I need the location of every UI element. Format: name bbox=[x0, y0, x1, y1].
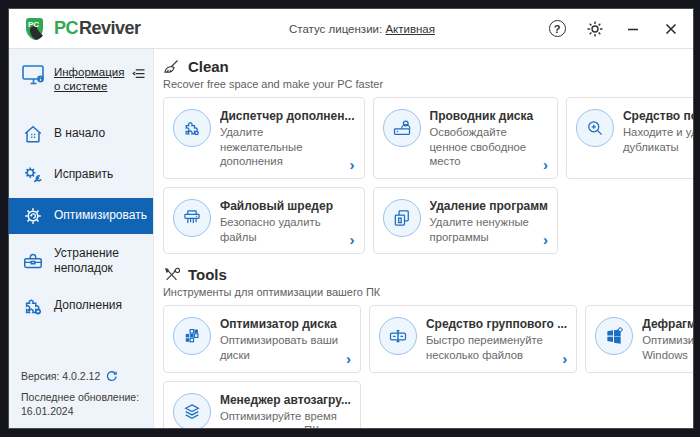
card-title: Средство группового ... bbox=[426, 317, 567, 331]
card-addon-manager[interactable]: Диспетчер дополнен... Удалите нежелатель… bbox=[163, 97, 365, 179]
help-icon: ? bbox=[549, 20, 566, 37]
chevron-right-icon: › bbox=[543, 157, 548, 172]
card-desc: Удалите ненужные программы bbox=[430, 215, 548, 244]
sidebar-item-label: Оптимизировать bbox=[54, 208, 147, 223]
gear-wrench-icon bbox=[22, 164, 44, 186]
uninstall-icon bbox=[383, 199, 421, 237]
sidebar-item-repair[interactable]: Исправить bbox=[9, 157, 153, 193]
sidebar-item-home[interactable]: В начало bbox=[9, 116, 153, 152]
minimize-button[interactable] bbox=[623, 19, 643, 39]
card-disk-explorer[interactable]: Проводник диска Освобождайте ценное своб… bbox=[373, 97, 558, 179]
sidebar-item-label: Дополнения bbox=[54, 298, 122, 313]
card-file-shredder[interactable]: Файловый шредер Безопасно удалить файлы … bbox=[163, 187, 365, 254]
chevron-right-icon: › bbox=[350, 232, 355, 247]
brand-reviver: Reviver bbox=[79, 18, 141, 38]
card-desc: Оптимизировать ваши диски bbox=[220, 333, 351, 362]
card-desc: Оптимизируйте время запуска вашего ПК bbox=[220, 409, 351, 428]
card-desc: Находите и удаляйте дубликаты bbox=[623, 125, 693, 154]
tools-icon bbox=[163, 266, 180, 283]
card-desc: Удалите нежелательные дополнения bbox=[220, 125, 355, 169]
card-desc: Оптимизируйте реестр Windows bbox=[642, 333, 693, 362]
sidebar-item-optimize[interactable]: Оптимизировать bbox=[9, 198, 153, 234]
version-label: Версия: 4.0.2.12 bbox=[21, 370, 100, 382]
card-title: Оптимизатор диска bbox=[220, 317, 351, 331]
license-label: Статус лицензии: bbox=[289, 23, 382, 35]
app-logo: PC PCReviver bbox=[23, 16, 193, 42]
puzzle-icon bbox=[173, 109, 211, 147]
titlebar-buttons: ? bbox=[531, 19, 681, 39]
gear-icon bbox=[586, 20, 604, 38]
card-duplicate-finder[interactable]: Средство поиска дуб... Находите и удаляй… bbox=[566, 97, 693, 179]
chevron-right-icon: › bbox=[543, 232, 548, 247]
sidebar-item-label: Устранение неполадок bbox=[54, 246, 147, 276]
license-status-link[interactable]: Активная bbox=[385, 23, 435, 35]
duplicate-finder-icon bbox=[576, 109, 614, 147]
minimize-icon bbox=[626, 22, 640, 36]
card-title: Проводник диска bbox=[430, 109, 548, 123]
chevron-right-icon: › bbox=[346, 351, 351, 366]
license-status: Статус лицензии: Активная bbox=[193, 23, 531, 35]
clean-section-title: Clean bbox=[188, 58, 229, 75]
monitor-info-icon bbox=[21, 63, 47, 87]
sidebar-item-label: Исправить bbox=[54, 167, 113, 182]
titlebar: PC PCReviver Статус лицензии: Активная ? bbox=[9, 9, 693, 49]
card-title: Средство поиска дуб... bbox=[623, 109, 693, 123]
svg-text:PC: PC bbox=[28, 20, 39, 29]
help-button[interactable]: ? bbox=[547, 19, 567, 39]
card-title: Удаление программ bbox=[430, 199, 548, 213]
shredder-icon bbox=[173, 199, 211, 237]
card-desc: Освобождайте ценное свободное место bbox=[430, 125, 548, 169]
sidebar-item-troubleshoot[interactable]: Устранение неполадок bbox=[9, 239, 153, 283]
clean-cards-grid: Диспетчер дополнен... Удалите нежелатель… bbox=[163, 97, 687, 254]
gear-optimize-icon bbox=[22, 205, 44, 227]
main-content: Clean Recover free space and make your P… bbox=[154, 49, 693, 428]
chevron-right-icon: › bbox=[562, 351, 567, 366]
batch-rename-icon bbox=[379, 317, 417, 355]
disk-explorer-icon bbox=[383, 109, 421, 147]
card-title: Дефрагментация рее... bbox=[642, 317, 693, 331]
sidebar: Информация о системе В начало bbox=[9, 49, 154, 428]
collapse-sidebar-icon[interactable] bbox=[132, 63, 147, 81]
disk-optimizer-icon bbox=[173, 317, 211, 355]
chevron-right-icon: › bbox=[346, 426, 351, 428]
broom-icon bbox=[163, 58, 180, 75]
last-update-label: Последнее обновление: bbox=[21, 390, 145, 404]
card-title: Файловый шредер bbox=[220, 199, 355, 213]
sidebar-item-label: В начало bbox=[54, 126, 105, 141]
startup-manager-icon bbox=[173, 393, 211, 428]
card-uninstall-programs[interactable]: Удаление программ Удалите ненужные прогр… bbox=[373, 187, 558, 254]
last-update-date: 16.01.2024 bbox=[21, 404, 145, 418]
app-body: Информация о системе В начало bbox=[9, 49, 693, 428]
tools-section-title: Tools bbox=[188, 266, 227, 283]
brand-name: PCReviver bbox=[54, 18, 141, 39]
close-button[interactable] bbox=[661, 19, 681, 39]
puzzle-plus-icon bbox=[22, 295, 44, 317]
card-registry-defrag[interactable]: Дефрагментация рее... Оптимизируйте реес… bbox=[585, 305, 693, 372]
system-info-link[interactable]: Информация о системе bbox=[54, 63, 125, 94]
tools-cards-grid: Оптимизатор диска Оптимизировать ваши ди… bbox=[163, 305, 687, 428]
card-title: Менеджер автозагру... bbox=[220, 393, 351, 407]
system-info-row: Информация о системе bbox=[9, 57, 153, 104]
tools-section-header: Tools bbox=[163, 266, 687, 283]
card-startup-manager[interactable]: Менеджер автозагру... Оптимизируйте врем… bbox=[163, 381, 361, 428]
app-window: PC PCReviver Статус лицензии: Активная ? bbox=[8, 8, 694, 429]
refresh-icon[interactable] bbox=[105, 370, 118, 383]
toolbox-icon bbox=[22, 250, 44, 272]
sidebar-item-addons[interactable]: Дополнения bbox=[9, 288, 153, 324]
card-disk-optimizer[interactable]: Оптимизатор диска Оптимизировать ваши ди… bbox=[163, 305, 361, 372]
settings-button[interactable] bbox=[585, 19, 605, 39]
clean-section-header: Clean bbox=[163, 58, 687, 75]
clean-section-subtitle: Recover free space and make your PC fast… bbox=[163, 78, 687, 90]
registry-defrag-icon bbox=[595, 317, 633, 355]
card-title: Диспетчер дополнен... bbox=[220, 109, 355, 123]
brand-pc: PC bbox=[54, 18, 78, 38]
card-desc: Безопасно удалить файлы bbox=[220, 215, 355, 244]
pc-reviver-logo-icon: PC bbox=[23, 16, 49, 42]
sidebar-footer: Версия: 4.0.2.12 Последнее обновление: 1… bbox=[9, 362, 153, 428]
sidebar-nav: В начало Исправить bbox=[9, 116, 153, 329]
tools-section-subtitle: Инструменты для оптимизации вашего ПК bbox=[163, 286, 687, 298]
card-batch-rename[interactable]: Средство группового ... Быстро переимену… bbox=[369, 305, 577, 372]
chevron-right-icon: › bbox=[350, 157, 355, 172]
close-icon bbox=[664, 22, 678, 36]
home-icon bbox=[22, 123, 44, 145]
